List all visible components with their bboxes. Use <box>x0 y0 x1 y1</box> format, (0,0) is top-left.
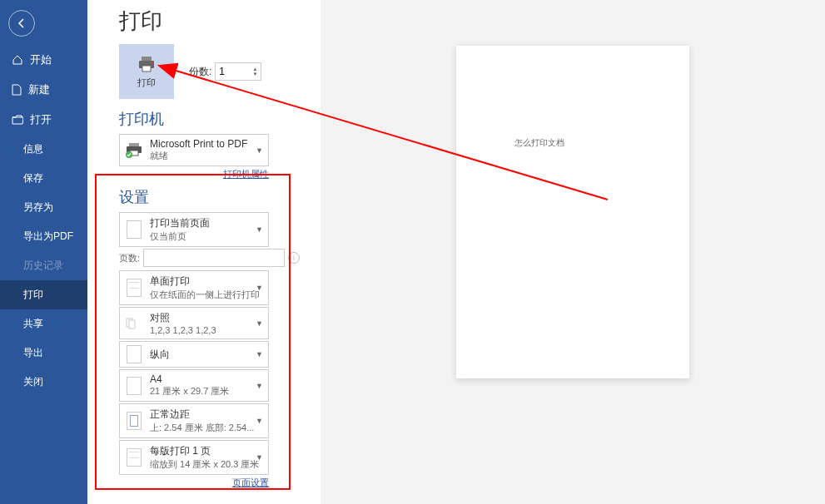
file-icon <box>12 84 22 96</box>
sidebar-label: 新建 <box>28 82 50 97</box>
margins-main: 正常边距 <box>150 408 263 422</box>
sidebar-label: 开始 <box>30 52 52 67</box>
print-button-label: 打印 <box>137 77 156 89</box>
collation-sub: 1,2,3 1,2,3 1,2,3 <box>150 325 263 335</box>
sidebar-label: 打开 <box>30 112 52 127</box>
sidebar-item-save[interactable]: 保存 <box>0 164 87 193</box>
printer-properties-link[interactable]: 打印机属性 <box>119 168 269 180</box>
collation-icon <box>125 316 143 331</box>
printer-dropdown[interactable]: Microsoft Print to PDF 就绪 ▼ <box>119 134 269 166</box>
pps-main: 每版打印 1 页 <box>150 444 263 458</box>
chevron-down-icon: ▼ <box>256 453 263 462</box>
paper-dropdown[interactable]: A4 21 厘米 x 29.7 厘米 ▼ <box>119 369 269 402</box>
svg-rect-0 <box>142 57 152 61</box>
printer-ready-icon <box>125 142 143 159</box>
collation-main: 对照 <box>150 311 263 325</box>
sides-sub: 仅在纸面的一侧上进行打印 <box>150 289 263 301</box>
page-icon <box>127 220 142 239</box>
sidebar-label: 关闭 <box>23 375 43 389</box>
copies-input[interactable]: 1 ▲▼ <box>215 62 261 81</box>
copies-label: 份数: <box>189 65 211 79</box>
info-icon[interactable]: i <box>288 252 300 264</box>
copies-value: 1 <box>219 66 225 77</box>
printer-section-title: 打印机 <box>119 109 300 129</box>
back-button[interactable] <box>8 10 35 37</box>
margins-icon <box>127 412 142 430</box>
sidebar-label: 历史记录 <box>23 259 63 273</box>
sidebar-label: 信息 <box>23 142 43 156</box>
svg-point-3 <box>151 62 152 63</box>
chevron-down-icon: ▼ <box>256 284 263 292</box>
single-side-icon <box>127 279 142 297</box>
sidebar: 开始 新建 打开 信息 保存 另存为 导出为PDF 历史记录 打印 共享 导出 … <box>0 0 87 504</box>
sidebar-label: 打印 <box>23 288 43 302</box>
print-range-main: 打印当前页面 <box>150 216 263 230</box>
page-setup-link[interactable]: 页面设置 <box>119 477 269 489</box>
orientation-main: 纵向 <box>150 348 263 362</box>
portrait-icon <box>127 345 142 363</box>
sidebar-label: 导出 <box>23 346 43 360</box>
chevron-down-icon: ▼ <box>256 225 263 234</box>
sidebar-item-export-pdf[interactable]: 导出为PDF <box>0 222 87 251</box>
pages-per-sheet-icon <box>127 448 142 467</box>
collation-dropdown[interactable]: 对照 1,2,3 1,2,3 1,2,3 ▼ <box>119 307 269 339</box>
back-arrow-icon <box>16 17 27 29</box>
chevron-down-icon: ▼ <box>256 319 263 328</box>
printer-name: Microsoft Print to PDF <box>150 138 263 150</box>
svg-rect-9 <box>129 320 135 329</box>
sidebar-item-close[interactable]: 关闭 <box>0 368 87 397</box>
chevron-down-icon: ▼ <box>256 146 263 155</box>
sidebar-label: 保存 <box>23 171 43 185</box>
sidebar-label: 共享 <box>23 317 43 331</box>
paper-sub: 21 厘米 x 29.7 厘米 <box>150 385 263 398</box>
sides-dropdown[interactable]: 单面打印 仅在纸面的一侧上进行打印 ▼ <box>119 270 269 305</box>
printer-icon <box>137 55 157 73</box>
settings-section-title: 设置 <box>119 187 300 207</box>
folder-open-icon <box>12 115 23 125</box>
paper-icon <box>127 377 142 395</box>
sides-main: 单面打印 <box>150 274 263 289</box>
chevron-down-icon: ▼ <box>256 382 263 390</box>
orientation-dropdown[interactable]: 纵向 ▼ <box>119 341 269 368</box>
sidebar-item-open[interactable]: 打开 <box>0 105 87 135</box>
print-range-dropdown[interactable]: 打印当前页面 仅当前页 ▼ <box>119 212 269 247</box>
pages-label: 页数: <box>119 252 140 264</box>
home-icon <box>12 54 23 66</box>
sidebar-item-new[interactable]: 新建 <box>0 75 87 105</box>
sidebar-item-saveas[interactable]: 另存为 <box>0 193 87 222</box>
page-title: 打印 <box>119 7 300 36</box>
sidebar-item-share[interactable]: 共享 <box>0 309 87 338</box>
chevron-down-icon: ▼ <box>256 350 263 358</box>
copies-spinner[interactable]: ▲▼ <box>252 67 257 77</box>
print-range-sub: 仅当前页 <box>150 230 263 243</box>
margins-dropdown[interactable]: 正常边距 上: 2.54 厘米 底部: 2.54... ▼ <box>119 403 269 438</box>
chevron-down-icon: ▼ <box>256 417 263 425</box>
preview-document-text: 怎么打印文档 <box>514 137 564 149</box>
pages-input[interactable] <box>143 249 285 267</box>
printer-status: 就绪 <box>150 150 263 162</box>
sidebar-item-print[interactable]: 打印 <box>0 280 87 309</box>
settings-panel: 打印 打印 份数: 1 ▲▼ 打印机 <box>87 0 321 504</box>
main-area: 打印 打印 份数: 1 ▲▼ 打印机 <box>87 0 825 504</box>
pps-sub: 缩放到 14 厘米 x 20.3 厘米 <box>150 458 263 471</box>
sidebar-label: 导出为PDF <box>23 230 73 244</box>
sidebar-item-info[interactable]: 信息 <box>0 135 87 164</box>
preview-panel: 怎么打印文档 <box>321 0 825 504</box>
paper-main: A4 <box>150 373 263 385</box>
sidebar-item-history: 历史记录 <box>0 251 87 280</box>
svg-rect-2 <box>142 66 151 72</box>
print-button[interactable]: 打印 <box>119 44 174 99</box>
svg-rect-4 <box>129 143 139 146</box>
sidebar-label: 另存为 <box>23 200 53 215</box>
sidebar-item-export[interactable]: 导出 <box>0 338 87 368</box>
sidebar-item-home[interactable]: 开始 <box>0 45 87 75</box>
pages-per-sheet-dropdown[interactable]: 每版打印 1 页 缩放到 14 厘米 x 20.3 厘米 ▼ <box>119 440 269 475</box>
preview-page: 怎么打印文档 <box>456 46 689 378</box>
margins-sub: 上: 2.54 厘米 底部: 2.54... <box>150 422 263 434</box>
